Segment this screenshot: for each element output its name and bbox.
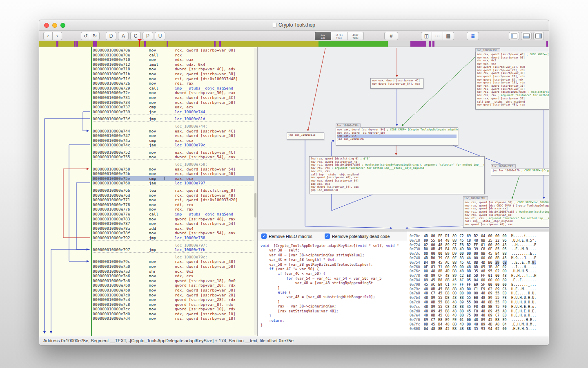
- asm-label[interactable]: loc_10000e758:: [92, 162, 254, 167]
- pseudocode-mode-button[interactable]: if(b)f(x): [331, 32, 347, 40]
- asm-row[interactable]: 000000010000e737cmpeax, ecx: [92, 105, 254, 110]
- asm-row[interactable]: 000000010000e731moveax, dword [ss:rbp+va…: [92, 95, 254, 100]
- pseudocode-line[interactable]: }: [261, 286, 407, 290]
- block-e766[interactable]: lea rax, qword [ds:cfstring_0] ; @"0"mov…: [309, 156, 485, 194]
- navigation-strip[interactable]: [39, 41, 549, 47]
- asm-row[interactable]: 000000010000e70ecallrcx: [92, 53, 254, 58]
- pseudocode-line[interactable]: var_4C = [var_48 length] * 0x4;: [261, 258, 407, 262]
- hex-row[interactable]: 0e7fc8B45B4488B4DB848894DA804.E.H.M.H.M.…: [408, 322, 549, 327]
- asm-row[interactable]: 000000010000e70amovrcx, qword [ss:rbp+va…: [92, 48, 254, 53]
- pseudocode-line[interactable]: for (var_54 = var_4C; var_54 < var_50; v…: [261, 276, 407, 281]
- hex-row[interactable]: 0e79045ACE9C1FFFFFFE95F000000E......._..…: [408, 283, 549, 287]
- pseudocode-line[interactable]: }: [261, 314, 407, 318]
- hex-dump-pane[interactable]: 0e70c4D80FFD189C269D204000000M.....i....…: [408, 231, 549, 336]
- pseudocode-line[interactable]: }: [261, 300, 407, 304]
- hex-row[interactable]: 0e70c4D80FFD189C269D204000000M.....i....…: [408, 234, 549, 238]
- hex-row[interactable]: 0e72402004889C7E8B2FF01008945..H........…: [408, 243, 549, 247]
- asm-row[interactable]: 000000010000e744moveax, dword [ss:rbp+va…: [92, 129, 254, 134]
- pseudocode-line[interactable]: var_48 = [var_38->cipheringKey stringVal…: [261, 253, 407, 258]
- procedure-button[interactable]: P: [143, 32, 153, 40]
- asm-row-selected[interactable]: 000000010000e75ecmpeax, ecx: [92, 176, 254, 181]
- pseudocode-line[interactable]: var_38 = self;: [261, 248, 407, 253]
- asm-row[interactable]: 000000010000e739jneloc_10000e744: [92, 110, 254, 114]
- asm-label[interactable]: loc_10000e797:: [92, 243, 254, 248]
- asm-row[interactable]: 000000010000e766learax, qword [ds:cfstri…: [92, 188, 254, 193]
- block-e73f[interactable]: jmp loc_10000e81d: [287, 132, 324, 140]
- cfg-graph-pane[interactable]: mov eax, dword [ss:rbp+var_4C]mov dword …: [258, 47, 549, 229]
- asm-row[interactable]: 000000010000e72emovdword [ss:rbp+var_50]…: [92, 90, 254, 95]
- asm-row[interactable]: 000000010000e77ecallimp___stubs__objc_ms…: [92, 212, 254, 217]
- toggle-left-panel-button[interactable]: [509, 32, 519, 40]
- pseudocode-line[interactable]: void -[Crypto_ToolsAppDelegate adaptKeyS…: [261, 244, 407, 248]
- asm-row[interactable]: 000000010000e73fjmploc_10000e81d: [92, 117, 254, 121]
- block-e752[interactable]: mov eax, dword [ss:rbp+var_4C]mov dword …: [370, 78, 423, 89]
- hex-row[interactable]: 0e76c00488B4DB8488B35A8950200.H.M.H.5...…: [408, 269, 549, 274]
- pseudocode-pane[interactable]: ✓ Remove HI/LO macros ✓ Remove potential…: [258, 231, 407, 336]
- asm-row[interactable]: 000000010000e7a6movedx, ecx: [92, 274, 254, 278]
- pseudocode-line[interactable]: else {: [261, 290, 407, 295]
- code-button[interactable]: C: [130, 32, 141, 40]
- block-e7fb[interactable]: mov rax, qword [ss:rbp+var_38] ; CODE XR…: [463, 200, 549, 228]
- data-button[interactable]: D: [106, 32, 116, 40]
- asm-row[interactable]: 000000010000e734movecx, dword [ss:rbp+va…: [92, 100, 254, 105]
- nav-segment[interactable]: [410, 41, 427, 47]
- nav-position-marker[interactable]: [139, 41, 140, 47]
- asm-row[interactable]: 000000010000e787moveax, dword [ss:rbp+va…: [92, 221, 254, 226]
- asm-row[interactable]: 000000010000e7c8movqword [ss:rbp+var_8],…: [92, 302, 254, 307]
- undo-button[interactable]: ↺: [81, 32, 90, 40]
- pseudocode-text[interactable]: void -[Crypto_ToolsAppDelegate adaptKeyS…: [261, 244, 407, 336]
- toggle-right-panel-button[interactable]: [533, 32, 544, 40]
- hex-row[interactable]: 0e80804488B45B8488B3593940200.H.E.H.5...…: [408, 327, 549, 331]
- asm-row[interactable]: 000000010000e718movdword [ss:rbp+var_4C]…: [92, 67, 254, 72]
- remove-hilo-checkbox[interactable]: ✓: [261, 233, 267, 239]
- asm-row[interactable]: 000000010000e78aaddeax, 0x4: [92, 226, 254, 231]
- asm-row[interactable]: 000000010000e752moveax, dword [ss:rbp+va…: [92, 150, 254, 155]
- hex-row[interactable]: 0e7f089C7E8E9FE0100488945B8E9.......H.E.…: [408, 318, 549, 322]
- pseudocode-line[interactable]: var_50 = [var_38 getKeyBitSizeOfSelected…: [261, 263, 407, 267]
- asm-row[interactable]: 000000010000e75bmovecx, dword [ss:rbp+va…: [92, 171, 254, 176]
- asm-row[interactable]: 000000010000e792jmploc_10000e758: [92, 236, 254, 240]
- hex-row[interactable]: 0e7a848C745E800000000488955E0H.E.....H.U…: [408, 291, 549, 296]
- asm-row[interactable]: 000000010000e7c0movrdx, qword [ss:rbp+va…: [92, 293, 254, 298]
- asm-row[interactable]: 000000010000e778movrdi, rcx: [92, 202, 254, 207]
- back-button[interactable]: ‹: [43, 32, 53, 40]
- pseudocode-line[interactable]: rax = var_38->cipheringKey;: [261, 304, 407, 309]
- hex-row[interactable]: 0e7600F8331000000488D051BAC02..1...H....…: [408, 265, 549, 269]
- asm-row[interactable]: 000000010000e747movecx, dword [ss:rbp+va…: [92, 133, 254, 138]
- split-view-button[interactable]: ◫: [421, 32, 432, 40]
- hex-row[interactable]: 0e7d8488945B8488B45F0488945A0H.E.H.E.H.E…: [408, 309, 549, 314]
- asm-row[interactable]: 000000010000e76dmovrcx, qword [ss:rbp+va…: [92, 193, 254, 198]
- asm-row[interactable]: 000000010000e760jaeloc_10000e797: [92, 181, 254, 186]
- block-e797[interactable]: jmp loc_10000e7fb ; CODE XREF=-[Crypto_T…: [491, 168, 549, 175]
- nav-segment[interactable]: [39, 41, 318, 47]
- asm-row[interactable]: 000000010000e74cjaeloc_10000e79c: [92, 143, 254, 148]
- asm-row[interactable]: 000000010000e7b0movqword [ss:rbp+var_20]…: [92, 283, 254, 288]
- asm-row[interactable]: 000000010000e79cmovrax, qword [ss:rbp+va…: [92, 259, 254, 264]
- more-views-button[interactable]: ⋯: [432, 32, 443, 40]
- hex-row[interactable]: 0e754B48945AC8B45AC8B4DB039C8..E..E..M.9…: [408, 260, 549, 265]
- hex-row[interactable]: 0e7e4488B45C8488B75D04889C7E8H.E.H.u.H..…: [408, 313, 549, 318]
- asm-row[interactable]: 000000010000e7a8movqword [ss:rbp+var_18]…: [92, 278, 254, 283]
- list-view-button[interactable]: ▤: [443, 32, 454, 40]
- asm-row[interactable]: 000000010000e7c4movqword [ss:rbp+var_28]…: [92, 297, 254, 302]
- pseudocode-line[interactable]: if (var_4C != var_50) {: [261, 267, 407, 272]
- pseudocode-line[interactable]: }: [261, 323, 407, 328]
- listing-scrollbar-thumb[interactable]: [254, 193, 256, 218]
- hex-row[interactable]: 0e7848945B88B45AC050400000089.E..E......…: [408, 278, 549, 283]
- asm-row[interactable]: 000000010000e7a3shrecx, 0x2: [92, 269, 254, 274]
- hex-mode-button[interactable]: 46977B03: [347, 32, 364, 40]
- hex-row[interactable]: 0e7c0488B55D8488955D0488B55F0H.U.H.U.H.U…: [408, 300, 549, 305]
- disassembly-pane[interactable]: 000000010000e70amovrcx, qword [ss:rbp+va…: [39, 47, 258, 336]
- disassembly-listing[interactable]: 000000010000e70amovrcx, qword [ss:rbp+va…: [92, 48, 254, 336]
- asm-row[interactable]: 000000010000e71bmovrax, qword [ss:rbp+va…: [92, 72, 254, 76]
- asm-row[interactable]: 000000010000e78fmovdword [ss:rbp+var_54]…: [92, 231, 254, 236]
- assembly-mode-button[interactable]: movadd: [315, 32, 331, 40]
- asm-row[interactable]: 000000010000e797jmploc_10000e7fb: [92, 247, 254, 252]
- hex-row[interactable]: 0e79c488B45B88B4DB0C1E90289CAH.E..M.....…: [408, 287, 549, 292]
- inspector-button[interactable]: ≣: [467, 32, 479, 40]
- block-e758[interactable]: mov eax, dword [ss:rbp+var_54] ; CODE XR…: [336, 127, 458, 146]
- asm-row[interactable]: 000000010000e771movrsi, qword [ds:0x1000…: [92, 197, 254, 202]
- asm-row[interactable]: 000000010000e7a0movecx, dword [ss:rbp+va…: [92, 264, 254, 269]
- asm-row[interactable]: 000000010000e7d0movrdx, qword [ss:rbp+va…: [92, 312, 254, 316]
- pseudocode-line[interactable]: return;: [261, 319, 407, 323]
